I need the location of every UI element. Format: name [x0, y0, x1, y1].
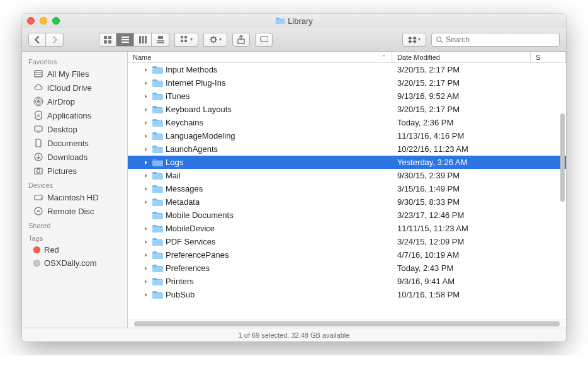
arrange-button[interactable]: ▾: [174, 33, 198, 47]
file-row[interactable]: Internet Plug-Ins3/20/15, 2:17 PM: [128, 76, 566, 89]
share-button[interactable]: [232, 33, 250, 47]
close-button[interactable]: [27, 17, 35, 25]
disclosure-triangle-icon[interactable]: [143, 94, 149, 99]
back-button[interactable]: [28, 33, 46, 47]
sidebar-item[interactable]: Downloads: [22, 150, 127, 164]
sort-ascending-icon: ⌃: [382, 54, 387, 60]
sidebar-item[interactable]: All My Files: [22, 67, 127, 81]
search-field[interactable]: [431, 33, 560, 47]
sidebar[interactable]: FavoritesAll My FilesiCloud DriveAirDrop…: [22, 52, 128, 328]
svg-rect-16: [184, 40, 187, 42]
file-row[interactable]: PubSub10/1/16, 1:58 PM: [128, 288, 566, 301]
svg-rect-42: [35, 195, 42, 200]
scrollbar-thumb[interactable]: [560, 113, 565, 202]
file-name: Metadata: [166, 197, 200, 207]
airdrop-icon: [33, 96, 43, 106]
file-row[interactable]: MobileDevice11/11/15, 11:23 AM: [128, 222, 566, 235]
list-view-button[interactable]: [116, 33, 134, 47]
forward-button[interactable]: [46, 33, 64, 47]
column-name[interactable]: Name⌃: [128, 52, 392, 62]
column-view-button[interactable]: [134, 33, 152, 47]
coverflow-view-button[interactable]: [152, 33, 169, 47]
file-row[interactable]: PreferencesToday, 2:43 PM: [128, 261, 566, 275]
minimize-button[interactable]: [40, 17, 47, 25]
all-my-files-icon: [33, 69, 43, 79]
svg-rect-6: [122, 42, 129, 43]
sidebar-item-label: All My Files: [47, 69, 89, 79]
sidebar-item[interactable]: Documents: [22, 136, 127, 150]
file-row[interactable]: Printers9/3/16, 9:41 AM: [128, 275, 566, 288]
main-pane: Name⌃ Date Modified S Input Methods3/20/…: [128, 52, 566, 328]
svg-point-17: [212, 37, 216, 42]
disclosure-triangle-icon[interactable]: [143, 292, 149, 297]
column-size[interactable]: S: [531, 52, 566, 62]
horizontal-scrollbar[interactable]: [128, 319, 566, 328]
file-row[interactable]: LogsYesterday, 3:26 AM: [128, 156, 566, 169]
sidebar-heading: Favorites: [22, 54, 127, 67]
file-date: 3/20/15, 2:17 PM: [392, 78, 531, 88]
sidebar-item[interactable]: Macintosh HD: [22, 190, 127, 204]
action-button[interactable]: ▾: [203, 33, 227, 47]
file-row[interactable]: LaunchAgents10/22/16, 11:23 AM: [128, 142, 566, 156]
disclosure-triangle-icon[interactable]: [143, 173, 149, 178]
sidebar-item[interactable]: AirDrop: [22, 95, 127, 108]
file-date: 4/7/16, 10:19 AM: [392, 250, 531, 260]
sidebar-item[interactable]: Desktop: [22, 122, 127, 136]
sidebar-item[interactable]: Remote Disc: [22, 204, 127, 218]
dropbox-button[interactable]: ▾: [402, 33, 426, 47]
disclosure-triangle-icon[interactable]: [143, 120, 149, 125]
disclosure-triangle-icon[interactable]: [143, 253, 149, 258]
disclosure-triangle-icon[interactable]: [143, 81, 149, 86]
disclosure-triangle-icon[interactable]: [143, 187, 149, 192]
sidebar-item[interactable]: iCloud Drive: [22, 81, 127, 95]
file-name: Input Methods: [166, 65, 217, 74]
svg-rect-29: [35, 71, 42, 77]
file-row[interactable]: KeychainsToday, 2:36 PM: [128, 116, 566, 129]
column-date-modified[interactable]: Date Modified: [392, 52, 531, 62]
disclosure-triangle-icon[interactable]: [143, 134, 149, 139]
file-date: Yesterday, 3:26 AM: [392, 158, 531, 167]
search-input[interactable]: [446, 35, 555, 44]
file-row[interactable]: Metadata9/30/15, 8:33 PM: [128, 195, 566, 209]
file-list[interactable]: Input Methods3/20/15, 2:17 PMInternet Pl…: [128, 63, 566, 319]
disclosure-triangle-icon[interactable]: [143, 160, 149, 165]
tags-button[interactable]: [255, 33, 273, 47]
disclosure-triangle-icon[interactable]: [143, 107, 149, 112]
file-date: 3/20/15, 2:17 PM: [392, 105, 531, 114]
file-row[interactable]: Input Methods3/20/15, 2:17 PM: [128, 63, 566, 76]
file-row[interactable]: LanguageModeling11/13/16, 4:16 PM: [128, 129, 566, 142]
file-row[interactable]: PreferencePanes4/7/16, 10:19 AM: [128, 248, 566, 261]
file-row[interactable]: PDF Services3/24/15, 12:09 PM: [128, 235, 566, 248]
arrange-group: ▾: [174, 33, 198, 47]
disclosure-triangle-icon[interactable]: [143, 226, 149, 231]
svg-line-22: [211, 37, 212, 37]
sidebar-item[interactable]: AApplications: [22, 108, 127, 122]
sidebar-item[interactable]: OSXDaily.com: [22, 256, 127, 270]
file-row[interactable]: Keyboard Layouts3/20/15, 2:17 PM: [128, 103, 566, 116]
icon-view-button[interactable]: [99, 33, 116, 47]
disclosure-triangle-icon[interactable]: [143, 266, 149, 271]
svg-rect-15: [181, 40, 183, 42]
disclosure-triangle-icon[interactable]: [143, 239, 149, 244]
scrollbar-thumb[interactable]: [134, 321, 560, 326]
file-row[interactable]: Mobile Documents3/23/17, 12:46 PM: [128, 209, 566, 222]
file-date: 9/3/16, 9:41 AM: [392, 277, 531, 286]
disclosure-triangle-icon[interactable]: [143, 147, 149, 152]
window-title-text: Library: [288, 16, 313, 26]
documents-icon: [33, 138, 43, 148]
svg-rect-10: [158, 36, 163, 39]
sidebar-item[interactable]: Red: [22, 243, 127, 256]
file-row[interactable]: iTunes9/13/16, 9:52 AM: [128, 89, 566, 103]
file-date: 9/30/15, 8:33 PM: [392, 197, 531, 207]
file-row[interactable]: Mail9/30/15, 2:39 PM: [128, 169, 566, 182]
disclosure-triangle-icon[interactable]: [143, 279, 149, 284]
file-name: LanguageModeling: [166, 131, 235, 141]
file-name: Logs: [166, 158, 183, 167]
disclosure-triangle-icon[interactable]: [143, 200, 149, 205]
zoom-button[interactable]: [52, 17, 60, 25]
sidebar-item[interactable]: Pictures: [22, 164, 127, 178]
file-date: Today, 2:43 PM: [392, 263, 531, 273]
disclosure-triangle-icon[interactable]: [143, 67, 149, 72]
titlebar[interactable]: Library: [22, 14, 566, 28]
file-row[interactable]: Messages3/15/16, 1:49 PM: [128, 182, 566, 195]
